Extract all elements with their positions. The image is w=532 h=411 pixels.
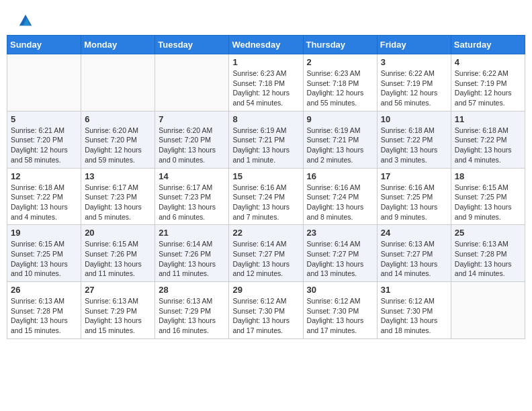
calendar-day-cell: 20Sunrise: 6:15 AM Sunset: 7:26 PM Dayli… <box>81 225 155 282</box>
day-number: 1 <box>232 57 299 67</box>
day-number: 14 <box>159 171 225 181</box>
calendar-day-cell: 22Sunrise: 6:14 AM Sunset: 7:27 PM Dayli… <box>229 225 303 282</box>
calendar-day-cell: 13Sunrise: 6:17 AM Sunset: 7:23 PM Dayli… <box>81 168 155 225</box>
day-number: 4 <box>455 57 521 67</box>
day-info: Sunrise: 6:20 AM Sunset: 7:20 PM Dayligh… <box>85 126 151 165</box>
calendar-day-cell: 15Sunrise: 6:16 AM Sunset: 7:24 PM Dayli… <box>229 168 303 225</box>
day-info: Sunrise: 6:12 AM Sunset: 7:30 PM Dayligh… <box>381 296 447 336</box>
weekday-header-sunday: Sunday <box>7 36 81 54</box>
day-info: Sunrise: 6:17 AM Sunset: 7:23 PM Dayligh… <box>159 183 225 222</box>
calendar-day-cell: 4Sunrise: 6:22 AM Sunset: 7:19 PM Daylig… <box>451 54 525 111</box>
calendar-day-cell: 11Sunrise: 6:18 AM Sunset: 7:22 PM Dayli… <box>451 111 525 168</box>
day-info: Sunrise: 6:18 AM Sunset: 7:22 PM Dayligh… <box>11 183 77 222</box>
day-number: 15 <box>232 171 299 181</box>
calendar-day-cell: 21Sunrise: 6:14 AM Sunset: 7:26 PM Dayli… <box>155 225 229 282</box>
day-number: 11 <box>455 114 521 124</box>
calendar-table: SundayMondayTuesdayWednesdayThursdayFrid… <box>7 35 525 339</box>
day-info: Sunrise: 6:19 AM Sunset: 7:21 PM Dayligh… <box>307 126 373 165</box>
day-info: Sunrise: 6:12 AM Sunset: 7:30 PM Dayligh… <box>232 296 299 336</box>
calendar-day-cell: 30Sunrise: 6:12 AM Sunset: 7:30 PM Dayli… <box>303 282 377 339</box>
day-info: Sunrise: 6:14 AM Sunset: 7:26 PM Dayligh… <box>159 239 225 279</box>
calendar-day-cell: 1Sunrise: 6:23 AM Sunset: 7:18 PM Daylig… <box>229 54 303 111</box>
day-info: Sunrise: 6:18 AM Sunset: 7:22 PM Dayligh… <box>381 126 447 165</box>
day-number: 19 <box>11 228 77 238</box>
calendar-day-cell: 18Sunrise: 6:15 AM Sunset: 7:25 PM Dayli… <box>451 168 525 225</box>
day-info: Sunrise: 6:22 AM Sunset: 7:19 PM Dayligh… <box>381 68 447 108</box>
calendar-day-cell: 7Sunrise: 6:20 AM Sunset: 7:20 PM Daylig… <box>155 111 229 168</box>
day-info: Sunrise: 6:22 AM Sunset: 7:19 PM Dayligh… <box>455 68 521 108</box>
page-header <box>7 7 525 32</box>
calendar-day-cell: 5Sunrise: 6:21 AM Sunset: 7:20 PM Daylig… <box>7 111 81 168</box>
day-info: Sunrise: 6:23 AM Sunset: 7:18 PM Dayligh… <box>232 68 299 108</box>
day-number: 20 <box>85 228 151 238</box>
calendar-day-cell: 16Sunrise: 6:16 AM Sunset: 7:24 PM Dayli… <box>303 168 377 225</box>
day-info: Sunrise: 6:23 AM Sunset: 7:18 PM Dayligh… <box>307 68 373 108</box>
day-number: 13 <box>85 171 151 181</box>
calendar-day-cell: 3Sunrise: 6:22 AM Sunset: 7:19 PM Daylig… <box>377 54 451 111</box>
calendar-day-cell: 14Sunrise: 6:17 AM Sunset: 7:23 PM Dayli… <box>155 168 229 225</box>
day-info: Sunrise: 6:18 AM Sunset: 7:22 PM Dayligh… <box>455 126 521 165</box>
calendar-day-cell: 6Sunrise: 6:20 AM Sunset: 7:20 PM Daylig… <box>81 111 155 168</box>
day-number: 27 <box>85 285 151 295</box>
calendar-day-cell: 25Sunrise: 6:13 AM Sunset: 7:28 PM Dayli… <box>451 225 525 282</box>
calendar-week-row: 5Sunrise: 6:21 AM Sunset: 7:20 PM Daylig… <box>7 111 525 168</box>
day-info: Sunrise: 6:14 AM Sunset: 7:27 PM Dayligh… <box>232 239 299 279</box>
calendar-day-cell: 27Sunrise: 6:13 AM Sunset: 7:29 PM Dayli… <box>81 282 155 339</box>
day-number: 8 <box>232 114 299 124</box>
calendar-day-cell: 31Sunrise: 6:12 AM Sunset: 7:30 PM Dayli… <box>377 282 451 339</box>
calendar-day-cell <box>7 54 81 111</box>
calendar-day-cell: 28Sunrise: 6:13 AM Sunset: 7:29 PM Dayli… <box>155 282 229 339</box>
day-number: 23 <box>307 228 373 238</box>
weekday-header-thursday: Thursday <box>303 36 377 54</box>
day-info: Sunrise: 6:15 AM Sunset: 7:25 PM Dayligh… <box>11 239 77 279</box>
weekday-header-friday: Friday <box>377 36 451 54</box>
day-number: 16 <box>307 171 373 181</box>
day-number: 18 <box>455 171 521 181</box>
day-info: Sunrise: 6:19 AM Sunset: 7:21 PM Dayligh… <box>232 126 299 165</box>
calendar-day-cell: 9Sunrise: 6:19 AM Sunset: 7:21 PM Daylig… <box>303 111 377 168</box>
calendar-day-cell: 10Sunrise: 6:18 AM Sunset: 7:22 PM Dayli… <box>377 111 451 168</box>
day-number: 30 <box>307 285 373 295</box>
day-number: 29 <box>232 285 299 295</box>
day-info: Sunrise: 6:13 AM Sunset: 7:29 PM Dayligh… <box>159 296 225 336</box>
day-number: 25 <box>455 228 521 238</box>
calendar-day-cell <box>451 282 525 339</box>
calendar-day-cell <box>155 54 229 111</box>
day-number: 2 <box>307 57 373 67</box>
weekday-header-row: SundayMondayTuesdayWednesdayThursdayFrid… <box>7 36 525 54</box>
calendar-day-cell: 17Sunrise: 6:16 AM Sunset: 7:25 PM Dayli… <box>377 168 451 225</box>
day-number: 17 <box>381 171 447 181</box>
weekday-header-saturday: Saturday <box>451 36 525 54</box>
weekday-header-tuesday: Tuesday <box>155 36 229 54</box>
day-number: 24 <box>381 228 447 238</box>
calendar-day-cell: 8Sunrise: 6:19 AM Sunset: 7:21 PM Daylig… <box>229 111 303 168</box>
day-info: Sunrise: 6:12 AM Sunset: 7:30 PM Dayligh… <box>307 296 373 336</box>
weekday-header-wednesday: Wednesday <box>229 36 303 54</box>
day-info: Sunrise: 6:20 AM Sunset: 7:20 PM Dayligh… <box>159 126 225 165</box>
day-info: Sunrise: 6:16 AM Sunset: 7:24 PM Dayligh… <box>232 183 299 222</box>
day-number: 21 <box>159 228 225 238</box>
calendar-day-cell: 19Sunrise: 6:15 AM Sunset: 7:25 PM Dayli… <box>7 225 81 282</box>
day-info: Sunrise: 6:13 AM Sunset: 7:29 PM Dayligh… <box>85 296 151 336</box>
day-number: 3 <box>381 57 447 67</box>
day-number: 28 <box>159 285 225 295</box>
logo-icon <box>18 13 33 28</box>
day-info: Sunrise: 6:14 AM Sunset: 7:27 PM Dayligh… <box>307 239 373 279</box>
day-info: Sunrise: 6:13 AM Sunset: 7:28 PM Dayligh… <box>11 296 77 336</box>
day-number: 7 <box>159 114 225 124</box>
weekday-header-monday: Monday <box>81 36 155 54</box>
day-info: Sunrise: 6:13 AM Sunset: 7:27 PM Dayligh… <box>381 239 447 279</box>
day-info: Sunrise: 6:13 AM Sunset: 7:28 PM Dayligh… <box>455 239 521 279</box>
day-number: 6 <box>85 114 151 124</box>
calendar-week-row: 26Sunrise: 6:13 AM Sunset: 7:28 PM Dayli… <box>7 282 525 339</box>
calendar-week-row: 1Sunrise: 6:23 AM Sunset: 7:18 PM Daylig… <box>7 54 525 111</box>
calendar-week-row: 12Sunrise: 6:18 AM Sunset: 7:22 PM Dayli… <box>7 168 525 225</box>
day-number: 9 <box>307 114 373 124</box>
day-number: 5 <box>11 114 77 124</box>
calendar-day-cell: 29Sunrise: 6:12 AM Sunset: 7:30 PM Dayli… <box>229 282 303 339</box>
day-number: 22 <box>232 228 299 238</box>
day-info: Sunrise: 6:15 AM Sunset: 7:25 PM Dayligh… <box>455 183 521 222</box>
calendar-day-cell: 12Sunrise: 6:18 AM Sunset: 7:22 PM Dayli… <box>7 168 81 225</box>
day-info: Sunrise: 6:16 AM Sunset: 7:24 PM Dayligh… <box>307 183 373 222</box>
calendar-day-cell: 26Sunrise: 6:13 AM Sunset: 7:28 PM Dayli… <box>7 282 81 339</box>
